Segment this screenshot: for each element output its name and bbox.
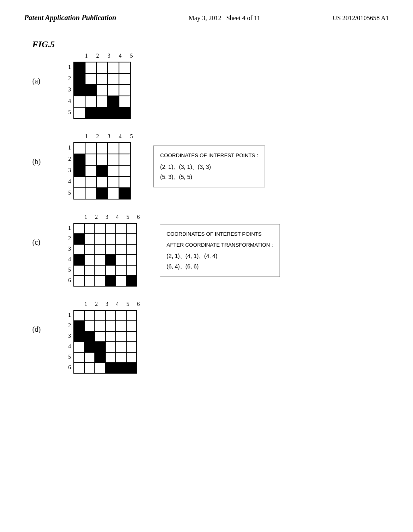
cell-3-3-3 <box>95 331 105 342</box>
cell-3-1-5 <box>116 310 126 321</box>
figure-title: FIG.5 <box>32 39 389 50</box>
cell-3-2-2 <box>84 321 95 331</box>
col-num-0-5: 5 <box>126 53 137 61</box>
cell-2-1-1 <box>74 223 84 234</box>
cell-1-3-3 <box>96 165 108 177</box>
cell-1-2-4 <box>108 154 119 165</box>
col-num-1-5: 5 <box>126 133 137 141</box>
cell-3-5-4 <box>105 352 116 363</box>
cell-2-1-2 <box>84 223 95 234</box>
cell-2-3-2 <box>84 244 95 255</box>
cell-2-4-2 <box>84 255 95 265</box>
cell-2-6-3 <box>95 276 105 286</box>
row-num-1-4: 4 <box>65 176 73 187</box>
row-num-1-2: 2 <box>65 154 73 165</box>
row-num-0-2: 2 <box>65 73 73 84</box>
col-num-1-3: 3 <box>103 133 115 141</box>
section-c: (c)123456123456COORDINATES OF INTEREST P… <box>32 214 389 287</box>
cell-2-2-5 <box>116 234 126 244</box>
cell-1-5-3 <box>96 188 108 199</box>
cell-0-3-1 <box>74 85 85 96</box>
cell-0-1-2 <box>85 62 96 73</box>
cell-3-3-1 <box>74 331 84 342</box>
row-num-2-6: 6 <box>65 275 73 286</box>
grid-container-2: 123456123456 <box>65 214 144 287</box>
row-num-0-3: 3 <box>65 84 73 96</box>
cell-3-2-3 <box>95 321 105 331</box>
cell-1-4-5 <box>119 177 130 188</box>
cell-1-4-3 <box>96 177 108 188</box>
row-num-3-5: 5 <box>65 352 73 362</box>
cell-0-4-5 <box>119 96 130 107</box>
cell-1-4-4 <box>108 177 119 188</box>
cell-1-3-5 <box>119 165 130 177</box>
figure-content: FIG.5 (a)1234512345(b)1234512345COORDINA… <box>0 23 413 374</box>
cell-2-2-3 <box>95 234 105 244</box>
col-num-0-1: 1 <box>81 53 92 61</box>
cell-1-1-1 <box>74 143 85 154</box>
col-numbers-0: 12345 <box>73 53 137 61</box>
row-num-2-1: 1 <box>65 223 73 233</box>
col-num-2-1: 1 <box>81 214 91 222</box>
cell-3-1-4 <box>105 310 116 321</box>
cell-2-4-6 <box>126 255 137 265</box>
row-num-0-4: 4 <box>65 96 73 107</box>
info-line-2-0: (2, 1)、(4, 1)、(4, 4) <box>167 251 273 261</box>
col-num-1-2: 2 <box>92 133 103 141</box>
info-line-2-1: (6, 4)、(6, 6) <box>167 262 273 272</box>
section-b: (b)1234512345COORDINATES OF INTEREST POI… <box>32 133 389 200</box>
cell-3-5-3 <box>95 352 105 363</box>
cell-2-4-3 <box>95 255 105 265</box>
cell-2-2-1 <box>74 234 84 244</box>
section-label-1: (b) <box>32 133 65 166</box>
row-num-3-4: 4 <box>65 341 73 352</box>
cell-3-5-6 <box>126 352 137 363</box>
cell-2-5-1 <box>74 265 84 276</box>
cell-0-4-1 <box>74 96 85 107</box>
cell-2-6-6 <box>126 276 137 286</box>
cell-3-5-2 <box>84 352 95 363</box>
cell-2-3-4 <box>105 244 116 255</box>
cell-3-1-6 <box>126 310 137 321</box>
col-num-3-3: 3 <box>102 301 112 309</box>
col-num-0-2: 2 <box>92 53 103 61</box>
cell-1-5-1 <box>74 188 85 199</box>
cell-0-2-2 <box>85 73 96 85</box>
cell-3-6-6 <box>126 363 137 373</box>
cell-2-3-5 <box>116 244 126 255</box>
section-label-3: (d) <box>32 301 65 334</box>
col-num-3-6: 6 <box>133 301 144 309</box>
col-num-3-5: 5 <box>123 301 133 309</box>
cell-3-2-5 <box>116 321 126 331</box>
cell-0-3-4 <box>108 85 119 96</box>
cell-0-5-2 <box>85 107 96 118</box>
col-num-2-3: 3 <box>102 214 112 222</box>
cell-0-2-4 <box>108 73 119 85</box>
cell-3-3-2 <box>84 331 95 342</box>
col-num-1-1: 1 <box>81 133 92 141</box>
cell-3-6-5 <box>116 363 126 373</box>
cell-1-1-3 <box>96 143 108 154</box>
cell-1-2-1 <box>74 154 85 165</box>
cell-0-4-4 <box>108 96 119 107</box>
cell-2-1-5 <box>116 223 126 234</box>
cell-2-5-5 <box>116 265 126 276</box>
row-numbers-1: 12345 <box>65 142 73 199</box>
cell-0-1-3 <box>96 62 108 73</box>
grid-with-rows-0: 12345 <box>65 62 131 119</box>
row-num-1-1: 1 <box>65 142 73 154</box>
row-num-3-3: 3 <box>65 331 73 341</box>
cell-2-6-2 <box>84 276 95 286</box>
cell-2-6-4 <box>105 276 116 286</box>
row-num-3-2: 2 <box>65 320 73 331</box>
grid-container-0: 1234512345 <box>65 53 137 119</box>
cell-3-6-2 <box>84 363 95 373</box>
section-label-2: (c) <box>32 214 65 247</box>
cell-3-2-1 <box>74 321 84 331</box>
cell-3-4-2 <box>84 342 95 352</box>
row-num-2-3: 3 <box>65 244 73 254</box>
cell-2-1-6 <box>126 223 137 234</box>
cell-3-4-4 <box>105 342 116 352</box>
cell-3-1-3 <box>95 310 105 321</box>
cell-0-4-2 <box>85 96 96 107</box>
